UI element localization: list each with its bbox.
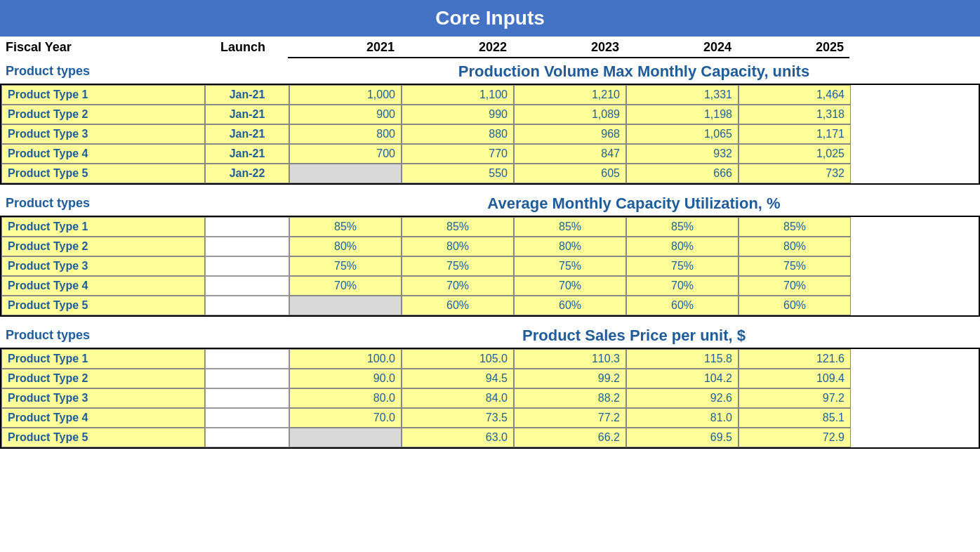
cell-2024[interactable]: 75%: [626, 256, 739, 276]
cell-2025[interactable]: 1,025: [739, 144, 851, 164]
cell-2025[interactable]: 109.4: [739, 369, 851, 388]
cell-2024[interactable]: 92.6: [626, 388, 739, 408]
cell-2023[interactable]: 847: [514, 144, 626, 164]
cell-2021[interactable]: 80.0: [289, 388, 402, 408]
cell-2021[interactable]: 700: [289, 144, 402, 164]
row-label: Product Type 5: [1, 164, 205, 183]
cell-2021[interactable]: 70%: [289, 276, 402, 296]
cell-2022[interactable]: 880: [402, 124, 514, 144]
cell-2021[interactable]: 90.0: [289, 369, 402, 388]
cell-2024[interactable]: 104.2: [626, 369, 739, 388]
cell-2025[interactable]: 121.6: [739, 349, 851, 369]
cell-2024[interactable]: 1,065: [626, 124, 739, 144]
cell-2022[interactable]: 990: [402, 105, 514, 124]
cell-2021[interactable]: [289, 296, 402, 315]
row-launch-empty: [205, 408, 289, 428]
cell-2022[interactable]: 1,100: [402, 85, 514, 105]
row-label: Product Type 2: [1, 105, 205, 124]
cell-2023[interactable]: 88.2: [514, 388, 626, 408]
cell-2022[interactable]: 85%: [402, 217, 514, 237]
row-launch-empty: [205, 217, 289, 237]
section1-table: Product Type 1Jan-211,0001,1001,2101,331…: [0, 84, 980, 185]
row-launch-empty: [205, 349, 289, 369]
cell-2021[interactable]: 85%: [289, 217, 402, 237]
cell-2022[interactable]: 84.0: [402, 388, 514, 408]
cell-2024[interactable]: 80%: [626, 237, 739, 256]
cell-2021[interactable]: 800: [289, 124, 402, 144]
cell-2021[interactable]: 70.0: [289, 408, 402, 428]
cell-2025[interactable]: 75%: [739, 256, 851, 276]
cell-2024[interactable]: 115.8: [626, 349, 739, 369]
column-headers: Fiscal Year Launch 2021 2022 2023 2024 2…: [0, 37, 980, 58]
cell-2022[interactable]: 63.0: [402, 428, 514, 447]
cell-2025[interactable]: 85%: [739, 217, 851, 237]
cell-2025[interactable]: 1,171: [739, 124, 851, 144]
cell-2023[interactable]: 80%: [514, 237, 626, 256]
cell-2022[interactable]: 770: [402, 144, 514, 164]
cell-2025[interactable]: 70%: [739, 276, 851, 296]
cell-2023[interactable]: 77.2: [514, 408, 626, 428]
cell-2023[interactable]: 85%: [514, 217, 626, 237]
cell-2023[interactable]: 60%: [514, 296, 626, 315]
page: Core Inputs Fiscal Year Launch 2021 2022…: [0, 0, 980, 449]
cell-2024[interactable]: 666: [626, 164, 739, 183]
cell-2022[interactable]: 550: [402, 164, 514, 183]
cell-2025[interactable]: 732: [739, 164, 851, 183]
cell-2023[interactable]: 1,089: [514, 105, 626, 124]
section3-title: Product Sales Price per unit, $: [288, 322, 980, 348]
cell-2021[interactable]: 1,000: [289, 85, 402, 105]
cell-2025[interactable]: 1,464: [739, 85, 851, 105]
cell-2022[interactable]: 73.5: [402, 408, 514, 428]
cell-2025[interactable]: 60%: [739, 296, 851, 315]
cell-2025[interactable]: 97.2: [739, 388, 851, 408]
cell-2022[interactable]: 105.0: [402, 349, 514, 369]
cell-2023[interactable]: 70%: [514, 276, 626, 296]
cell-2022[interactable]: 75%: [402, 256, 514, 276]
cell-2022[interactable]: 80%: [402, 237, 514, 256]
cell-2024[interactable]: 1,198: [626, 105, 739, 124]
cell-2024[interactable]: 69.5: [626, 428, 739, 447]
row-label: Product Type 4: [1, 408, 205, 428]
section3-table: Product Type 1100.0105.0110.3115.8121.6P…: [0, 348, 980, 449]
cell-2021[interactable]: 100.0: [289, 349, 402, 369]
row-label: Product Type 5: [1, 428, 205, 447]
cell-2021[interactable]: 80%: [289, 237, 402, 256]
cell-2021[interactable]: 75%: [289, 256, 402, 276]
cell-2023[interactable]: 75%: [514, 256, 626, 276]
cell-2022[interactable]: 60%: [402, 296, 514, 315]
cell-2025[interactable]: 85.1: [739, 408, 851, 428]
cell-2024[interactable]: 60%: [626, 296, 739, 315]
row-launch: Jan-22: [205, 164, 289, 183]
cell-2024[interactable]: 932: [626, 144, 739, 164]
cell-2025[interactable]: 72.9: [739, 428, 851, 447]
col-2024: 2024: [625, 37, 737, 58]
cell-2024[interactable]: 1,331: [626, 85, 739, 105]
row-launch: Jan-21: [205, 105, 289, 124]
col-2025: 2025: [737, 37, 849, 58]
cell-2021[interactable]: [289, 428, 402, 447]
col-2021: 2021: [288, 37, 400, 58]
section2-table: Product Type 185%85%85%85%85%Product Typ…: [0, 216, 980, 317]
cell-2023[interactable]: 99.2: [514, 369, 626, 388]
cell-2022[interactable]: 94.5: [402, 369, 514, 388]
cell-2024[interactable]: 81.0: [626, 408, 739, 428]
col-2023: 2023: [512, 37, 625, 58]
section1-title: Production Volume Max Monthly Capacity, …: [288, 58, 980, 84]
row-label: Product Type 1: [1, 349, 205, 369]
cell-2024[interactable]: 70%: [626, 276, 739, 296]
row-launch-empty: [205, 276, 289, 296]
row-label: Product Type 3: [1, 256, 205, 276]
section-production-volume: Product types Production Volume Max Mont…: [0, 58, 980, 185]
cell-2023[interactable]: 1,210: [514, 85, 626, 105]
row-label: Product Type 2: [1, 369, 205, 388]
cell-2021[interactable]: 900: [289, 105, 402, 124]
cell-2022[interactable]: 70%: [402, 276, 514, 296]
cell-2023[interactable]: 66.2: [514, 428, 626, 447]
cell-2023[interactable]: 110.3: [514, 349, 626, 369]
cell-2023[interactable]: 605: [514, 164, 626, 183]
cell-2023[interactable]: 968: [514, 124, 626, 144]
cell-2025[interactable]: 80%: [739, 237, 851, 256]
cell-2021[interactable]: [289, 164, 402, 183]
cell-2025[interactable]: 1,318: [739, 105, 851, 124]
cell-2024[interactable]: 85%: [626, 217, 739, 237]
